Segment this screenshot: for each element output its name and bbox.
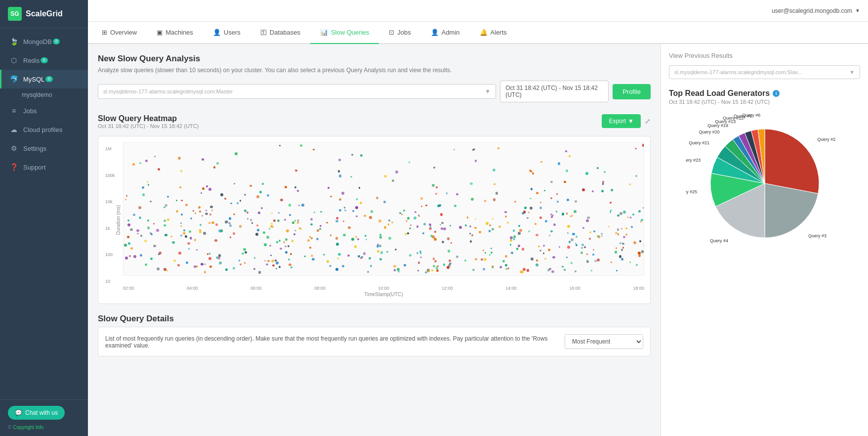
export-arrow-icon: ▼ [628,118,634,125]
top-gen-date: Oct 31 18:42 (UTC) - Nov 15 18:42 (UTC) [669,99,860,105]
databases-icon: ⚿ [260,29,267,36]
pie-chart: Query #2Query #3Query #4Query #25Query #… [686,112,844,250]
sidebar-nav: 🍃 MongoDB ® ⬡ Redis ® 🐬 MySQL ® mysqldem… [0,28,88,399]
content-area: New Slow Query Analysis Analyze slow que… [88,44,868,436]
mongodb-badge: ® [53,39,60,44]
svg-text:Query #2: Query #2 [817,137,835,142]
tab-jobs[interactable]: ⊡ Jobs [379,22,420,44]
top-generators-title: Top Read Load Generators i [669,89,860,98]
copyright-link[interactable]: Copyright Info [13,425,43,430]
sidebar-sub-mysqldemo[interactable]: mysqldemo [0,88,88,101]
copyright: © Copyright Info [8,425,80,430]
prev-dropdown-value: sl.mysqldemo-177-alarms.scalegridmysql.c… [674,69,802,75]
sidebar-item-label: MongoDB [23,38,52,45]
info-icon: i [773,90,780,97]
svg-text:Query #6: Query #6 [742,113,760,118]
details-title: Slow Query Details [98,314,651,324]
sidebar-logo: SG ScaleGrid [0,0,88,28]
mysql-badge: ® [45,76,53,82]
prev-dropdown-arrow: ▼ [849,69,855,75]
x-axis-labels: 02:00 04:00 06:00 08:00 10:00 12:00 14:0… [123,286,644,291]
sidebar-item-mysql[interactable]: 🐬 MySQL ® [0,70,88,88]
users-icon: 👤 [213,29,221,36]
heatmap-header: Slow Query Heatmap Oct 31 18:42 (UTC) - … [98,114,651,134]
cluster-dropdown-arrow: ▼ [485,88,491,95]
machines-icon: ▣ [157,29,163,36]
sidebar: SG ScaleGrid 🍃 MongoDB ® ⬡ Redis ® 🐬 MyS… [0,0,88,436]
mysql-icon: 🐬 [9,75,18,83]
alerts-icon: 🔔 [480,29,488,36]
sidebar-item-label: Support [23,164,46,171]
previous-results-dropdown[interactable]: sl.mysqldemo-177-alarms.scalegridmysql.c… [669,65,860,79]
logo-icon: SG [8,7,22,21]
chat-button[interactable]: 💬 Chat with us [8,406,65,420]
tab-overview[interactable]: ⊞ Overview [92,22,147,44]
tab-admin[interactable]: 👤 Admin [421,22,470,44]
redis-badge: ® [41,57,48,63]
sidebar-item-settings[interactable]: ⚙ Settings [0,139,88,158]
sidebar-item-cloud[interactable]: ☁ Cloud profiles [0,120,88,139]
logo-text: ScaleGrid [26,9,63,18]
topbar-user[interactable]: user@scalegrid.mongodb.com ▼ [772,7,860,14]
sidebar-item-mongodb[interactable]: 🍃 MongoDB ® [0,32,88,51]
sidebar-footer: 💬 Chat with us © Copyright Info [0,399,88,436]
tab-databases[interactable]: ⚿ Databases [250,22,310,44]
details-section: Slow Query Details List of most frequent… [98,314,651,356]
date-range-display: Oct 31 18:42 (UTC) - Nov 15 18:42 (UTC) [500,81,609,102]
heatmap-chart: Duration (ms) 1M 100k 10k 1k 100 10 02:0… [98,136,651,304]
sidebar-item-label: Cloud profiles [23,126,63,133]
content-right: View Previous Results sl.mysqldemo-177-a… [661,44,868,436]
new-analysis-section: New Slow Query Analysis Analyze slow que… [98,54,651,102]
admin-icon: 👤 [431,29,439,36]
cluster-dropdown[interactable]: sl.mysqldemo-177-alarms.scalegridmysql.c… [98,84,496,99]
heatmap-controls: Export ▼ ⤢ [602,114,651,128]
tab-navigation: ⊞ Overview ▣ Machines 👤 Users ⚿ Database… [88,22,868,44]
sort-select[interactable]: Most Frequent Slowest Most Rows Examined [565,334,643,349]
redis-icon: ⬡ [9,56,18,64]
svg-text:Query #3: Query #3 [808,233,826,238]
heatmap-date: Oct 31 18:42 (UTC) - Nov 15 18:42 (UTC) [98,123,199,129]
analysis-bar: sl.mysqldemo-177-alarms.scalegridmysql.c… [98,81,651,102]
pie-chart-svg: Query #2Query #3Query #4Query #25Query #… [686,112,844,250]
svg-text:Query #23: Query #23 [686,158,701,163]
details-desc-box: List of most frequently run queries (in … [98,327,651,356]
overview-icon: ⊞ [102,29,107,36]
sidebar-item-label: Redis [23,57,40,64]
settings-icon: ⚙ [9,144,18,152]
tab-machines[interactable]: ▣ Machines [147,22,203,44]
cloud-icon: ☁ [9,126,18,133]
sidebar-item-label: Settings [23,145,46,152]
heatmap-section: Slow Query Heatmap Oct 31 18:42 (UTC) - … [98,114,651,304]
svg-text:Query #21: Query #21 [689,140,709,145]
svg-text:Query #4: Query #4 [710,238,728,243]
mongodb-icon: 🍃 [9,38,18,45]
main-area: user@scalegrid.mongodb.com ▼ ⊞ Overview … [88,0,868,436]
tab-alerts[interactable]: 🔔 Alerts [470,22,517,44]
slow-queries-icon: 📊 [320,29,328,36]
details-desc-text: List of most frequently run queries (in … [105,335,565,349]
view-previous-title: View Previous Results [669,52,860,59]
expand-icon[interactable]: ⤢ [645,117,651,125]
y-axis-ticks: 1M 100k 10k 1k 100 10 [105,146,115,284]
analysis-title: New Slow Query Analysis [98,54,651,64]
sidebar-item-redis[interactable]: ⬡ Redis ® [0,51,88,70]
heatmap-title: Slow Query Heatmap [98,114,199,123]
sidebar-item-jobs[interactable]: ≡ Jobs [0,101,88,120]
analysis-desc: Analyze slow queries (slower than 10 sec… [98,67,651,74]
export-button[interactable]: Export ▼ [602,114,641,128]
support-icon: ❓ [9,163,18,171]
x-axis-title: TimeStamp(UTC) [123,292,644,297]
sidebar-item-support[interactable]: ❓ Support [0,158,88,176]
sidebar-item-label: Jobs [23,107,37,115]
profile-button[interactable]: Profile [613,84,651,99]
tab-users[interactable]: 👤 Users [203,22,250,44]
cluster-dropdown-value: sl.mysqldemo-177-alarms.scalegridmysql.c… [103,88,233,94]
sidebar-item-label: MySQL [23,76,44,83]
topbar: user@scalegrid.mongodb.com ▼ [88,0,868,22]
scatter-plot [123,142,644,276]
user-dropdown-arrow: ▼ [855,8,860,13]
tab-slow-queries[interactable]: 📊 Slow Queries [310,22,379,44]
jobs-tab-icon: ⊡ [389,29,394,36]
jobs-icon: ≡ [9,107,18,115]
content-left: New Slow Query Analysis Analyze slow que… [88,44,661,436]
